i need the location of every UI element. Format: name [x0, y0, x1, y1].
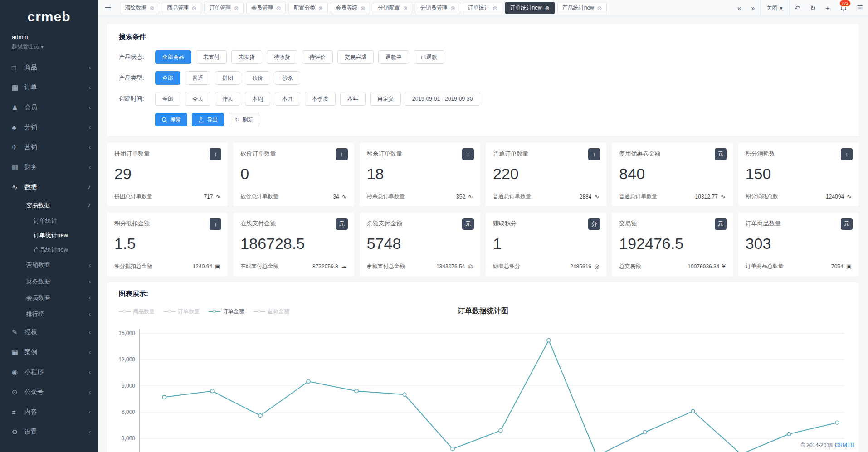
tab[interactable]: 订单统计 ⊗ — [463, 2, 502, 14]
sidebar-item[interactable]: ▤ 订单 ‹ — [0, 78, 98, 97]
tab-close-icon[interactable]: ⊗ — [361, 5, 365, 11]
tab-close-icon[interactable]: ⊗ — [450, 5, 455, 11]
sidebar-item[interactable]: 排行榜 ‹ — [0, 306, 98, 322]
tab[interactable]: 配置分类 ⊗ — [288, 2, 328, 14]
filter-button[interactable]: 交易完成 — [337, 50, 374, 64]
tab-close-icon[interactable]: ⊗ — [318, 5, 323, 11]
filter-button[interactable]: 待收货 — [267, 50, 297, 64]
stat-card-total-value: 2884 — [580, 194, 592, 200]
sidebar-item-label: 公众号 — [24, 388, 44, 396]
filter-button[interactable]: 自定义 — [370, 92, 401, 106]
sidebar-item[interactable]: 产品统计new — [0, 243, 98, 257]
tab-close-icon[interactable]: ⊗ — [597, 5, 602, 11]
filter-button[interactable]: 未发货 — [231, 50, 262, 64]
tab-close-icon[interactable]: ⊗ — [403, 5, 407, 11]
sidebar-item-label: 会员数据 — [26, 294, 50, 302]
sidebar-item[interactable]: □ 商品 ‹ — [0, 58, 98, 78]
sidebar-item[interactable]: ⚙ 设置 ‹ — [0, 422, 98, 442]
refresh-page-button[interactable]: ↻ — [805, 0, 821, 16]
sidebar-item[interactable]: ✎ 授权 ‹ — [0, 322, 98, 342]
tab[interactable]: 产品统计new ⊗ — [557, 2, 607, 14]
tabs-scroll-left-button[interactable]: « — [732, 0, 746, 16]
tab[interactable]: 会员等级 ⊗ — [331, 2, 370, 14]
sidebar-item[interactable]: ▥ 财务 ‹ — [0, 157, 98, 177]
stat-card-title: 积分抵扣金额 — [114, 220, 150, 227]
stat-card-subtitle: 普通总订单数量 — [619, 193, 657, 200]
sidebar-item[interactable]: ▦ 案例 ‹ — [0, 342, 98, 362]
filter-button[interactable]: 待评价 — [302, 50, 333, 64]
tab[interactable]: 商品管理 ⊗ — [162, 2, 201, 14]
sidebar-item[interactable]: ⊙ 公众号 ‹ — [0, 382, 98, 402]
sidebar-item[interactable]: ◉ 小程序 ‹ — [0, 362, 98, 382]
tab-close-icon[interactable]: ⊗ — [192, 5, 196, 11]
sidebar: crmeb admin 超级管理员 ▾ □ 商品 ‹ ▤ 订单 ‹ — [0, 0, 98, 452]
footer: © 2014-2018 CRMEB — [801, 442, 854, 448]
filter-button[interactable]: 全部 — [155, 92, 180, 106]
filter-button[interactable]: 本年 — [340, 92, 366, 106]
sidebar-item[interactable]: ♣ 分销 ‹ — [0, 117, 98, 137]
search-button[interactable]: 搜索 — [155, 113, 187, 126]
stat-card-title: 砍价订单数量 — [240, 150, 276, 157]
stat-card: 使用优惠卷金额 元 840 普通总订单数量 10312.77 ∿ — [612, 143, 732, 206]
sidebar-item[interactable]: ∿ 数据 ∨ — [0, 177, 98, 197]
filter-button[interactable]: 普通 — [185, 71, 210, 85]
tab[interactable]: 分销员管理 ⊗ — [415, 2, 460, 14]
notifications-button[interactable]: 772 — [835, 0, 852, 16]
tab-close-icon[interactable]: ⊗ — [545, 5, 550, 11]
settings-list-button[interactable]: ☰ — [852, 0, 868, 16]
main-area: ☰ 清除数据 ⊗ 商品管理 ⊗ 订单管理 ⊗ — [98, 0, 868, 452]
tab-close-icon[interactable]: ⊗ — [276, 5, 281, 11]
stat-card-subtitle: 砍价总订单数量 — [240, 193, 278, 200]
sidebar-item[interactable]: 订单统计 — [0, 214, 98, 228]
sidebar-item[interactable]: 订单统计new — [0, 228, 98, 243]
chevron-icon: ‹ — [89, 64, 91, 71]
sidebar-item[interactable]: 财务数据 ‹ — [0, 273, 98, 290]
filter-button[interactable]: 全部商品 — [155, 50, 191, 64]
filter-button[interactable]: 秒杀 — [275, 71, 300, 85]
tab[interactable]: 清除数据 ⊗ — [120, 2, 159, 14]
filter-button[interactable]: 本周 — [245, 92, 270, 106]
filter-button[interactable]: 本季度 — [305, 92, 336, 106]
tab[interactable]: 订单管理 ⊗ — [204, 2, 244, 14]
filter-button[interactable]: 退款中 — [378, 50, 409, 64]
fullscreen-button[interactable]: + — [821, 0, 835, 16]
tab-close-icon[interactable]: ⊗ — [234, 5, 239, 11]
stat-card-title: 赚取积分 — [493, 220, 517, 227]
tab-close-icon[interactable]: ⊗ — [493, 5, 497, 11]
tabs-scroll-right-button[interactable]: » — [746, 0, 760, 16]
user-role-dropdown[interactable]: 超级管理员 ▾ — [12, 43, 86, 50]
stat-card: 交易额 元 192476.5 总交易额 10076036.34 ¥ — [612, 213, 732, 276]
close-tabs-dropdown[interactable]: 关闭 ▾ — [760, 0, 790, 16]
sidebar-item[interactable]: ♟ 会员 ‹ — [0, 97, 98, 117]
filter-button[interactable]: 全部 — [155, 71, 180, 85]
undo-button[interactable]: ↶ — [790, 0, 805, 16]
sidebar-item[interactable]: 营销数据 ‹ — [0, 257, 98, 273]
tab-close-icon[interactable]: ⊗ — [150, 5, 154, 11]
filter-button[interactable]: 本月 — [275, 92, 300, 106]
tab[interactable]: 会员管理 ⊗ — [246, 2, 286, 14]
sidebar-item-label: 案例 — [24, 348, 37, 356]
refresh-button[interactable]: ↻ 刷新 — [229, 113, 259, 126]
brand-link[interactable]: CRMEB — [835, 442, 854, 448]
sidebar-item[interactable]: 交易数据 ∨ — [0, 197, 98, 214]
notification-badge: 772 — [839, 0, 851, 7]
filter-button[interactable]: 昨天 — [215, 92, 240, 106]
sidebar-item[interactable]: ✈ 营销 ‹ — [0, 137, 98, 157]
date-range-picker[interactable]: 2019-09-01 - 2019-09-30 — [405, 92, 480, 106]
stat-card-subtitle: 拼团总订单数量 — [114, 193, 152, 200]
tab[interactable]: 订单统计new ⊗ — [505, 2, 555, 14]
filter-button[interactable]: 拼团 — [215, 71, 240, 85]
export-button[interactable]: 导出 — [192, 113, 224, 126]
filter-button[interactable]: 今天 — [185, 92, 210, 106]
sidebar-item[interactable]: ≡ 内容 ‹ — [0, 402, 98, 422]
filter-button[interactable]: 砍价 — [245, 71, 270, 85]
stat-card-value: 29 — [114, 165, 220, 193]
tab[interactable]: 分销配置 ⊗ — [373, 2, 412, 14]
tab-controls: « » 关闭 ▾ ↶ ↻ + 772 ☰ — [732, 0, 868, 16]
tab-label: 配置分类 — [293, 4, 315, 12]
orders-line-chart[interactable]: 15,00012,0009,0006,0003,0000 — [119, 326, 853, 452]
sidebar-fold-button[interactable]: ☰ — [98, 0, 118, 16]
sidebar-item[interactable]: 会员数据 ‹ — [0, 290, 98, 306]
filter-button[interactable]: 未支付 — [196, 50, 227, 64]
filter-button[interactable]: 已退款 — [414, 50, 444, 64]
